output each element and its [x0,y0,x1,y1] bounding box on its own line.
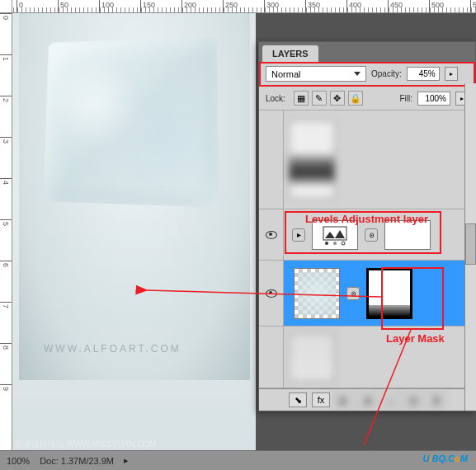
status-bar: 100% Doc: 1.37M/23.9M ▸ [0,450,476,470]
delete-icon[interactable]: 🗑 [427,392,445,407]
visibility-toggle[interactable] [259,261,284,326]
ruler-corner [0,0,12,13]
ruler-h-tick: 100 [101,1,114,9]
mask-icon[interactable]: ◐ [335,392,353,407]
layer-item[interactable] [259,110,475,209]
layers-list: ▸ 𐍈 𐍈 ⬊ fx ◐ ◑ ▭ [259,110,475,411]
mask-annotation-label: Layer Mask [386,332,445,345]
lock-icons-group: ▦ ✎ ✥ 🔒 [294,91,363,106]
levels-annotation-label: Levels Adjustment layer [305,213,428,225]
panel-tabs: LAYERS [259,42,475,62]
opacity-input[interactable] [407,67,440,81]
ice-reflection [42,203,215,327]
svg-point-2 [333,242,337,245]
ice-cube-image [43,37,219,208]
fill-input[interactable] [417,92,450,106]
lock-transparency-icon[interactable]: ▦ [294,91,309,106]
link-mask-icon[interactable]: 𐍈 [346,287,360,300]
lock-position-icon[interactable]: ✥ [330,91,345,106]
layers-tab[interactable]: LAYERS [262,45,318,62]
eye-icon [266,231,277,239]
chevron-down-icon [354,72,361,76]
svg-point-1 [325,242,328,245]
ruler-h-tick: 400 [349,1,361,9]
ruler-v-tick: 0 [2,16,10,20]
svg-point-3 [342,242,345,245]
ruler-h-tick: 0 [19,1,23,9]
status-arrow[interactable]: ▸ [124,455,129,466]
ruler-h-tick: 250 [225,1,238,9]
ruler-v-tick: 8 [2,345,10,350]
panel-scrollbar[interactable] [464,83,476,411]
ruler-v-tick: 2 [2,98,10,102]
ruler-h-tick: 550 [473,1,476,9]
expand-icon[interactable]: ▸ [292,228,305,242]
lock-fill-row: Lock: ▦ ✎ ✥ 🔒 Fill: ▸ [259,87,475,110]
ruler-v-tick: 7 [2,304,10,308]
layer-item-ice-selected[interactable]: 𐍈 [259,261,475,327]
blend-mode-dropdown[interactable]: Normal [266,66,366,82]
ruler-v-tick: 5 [2,222,10,226]
ruler-v-tick: 6 [2,263,10,267]
uibq-watermark: UiBQ.CoM [423,445,468,467]
visibility-column[interactable] [259,327,284,388]
fill-label: Fill: [399,94,412,103]
ruler-h-tick: 500 [431,1,444,9]
zoom-level[interactable]: 100% [7,456,30,466]
ruler-h-tick: 300 [266,1,279,9]
layers-footer: ⬊ fx ◐ ◑ ▭ ▤ 🗑 [259,388,475,411]
lock-pixels-icon[interactable]: ✎ [312,91,327,106]
ruler-h-tick: 150 [143,1,155,9]
link-layers-icon[interactable]: ⬊ [289,392,307,407]
ruler-vertical[interactable]: 0 1 2 3 4 5 6 7 8 9 [0,13,12,450]
lock-label: Lock: [266,94,285,103]
scrollbar-handle[interactable] [465,223,476,265]
opacity-flyout-button[interactable]: ▸ [445,67,458,81]
doc-size: Doc: 1.37M/23.9M [40,456,114,466]
ruler-horizontal[interactable]: 0 50 100 150 200 250 300 350 400 450 500… [12,0,476,13]
layers-panel: LAYERS Normal Opacity: ▸ Lock: ▦ ✎ ✥ 🔒 F… [258,41,476,411]
ruler-h-tick: 350 [308,1,320,9]
layer-style-icon[interactable]: fx [312,392,330,407]
visibility-column[interactable] [259,110,284,209]
watermark-text: WWW.ALFOART.COM [44,343,181,355]
ruler-h-tick: 50 [60,1,68,9]
opacity-label: Opacity: [371,69,402,78]
eye-icon [266,289,277,298]
ruler-v-tick: 3 [2,139,10,143]
ruler-v-tick: 4 [2,181,10,185]
ruler-v-tick: 9 [2,387,10,391]
document-area: WWW.ALFOART.COM [19,13,250,380]
ruler-h-tick: 200 [184,1,196,9]
new-layer-icon[interactable]: ▤ [404,392,422,407]
adjustment-icon[interactable]: ◑ [358,392,376,407]
ice-layer-thumbnail[interactable] [294,268,340,319]
layer-thumbnail[interactable] [289,332,335,382]
blend-mode-value: Normal [271,69,300,79]
layer-mask-thumbnail[interactable] [366,268,412,319]
layer-thumbnail[interactable] [289,120,335,199]
ruler-h-tick: 450 [390,1,403,9]
visibility-toggle[interactable] [259,209,284,260]
lock-all-icon[interactable]: 🔒 [348,91,363,106]
blend-opacity-row: Normal Opacity: ▸ [259,62,475,87]
ruler-v-tick: 1 [2,57,10,61]
document-canvas[interactable]: WWW.ALFOART.COM [12,13,256,450]
link-icon[interactable]: 𐍈 [365,228,378,242]
forum-watermark: 思缘设计论坛 WWW.MISSYUAN.COM [15,439,157,450]
group-icon[interactable]: ▭ [381,392,399,407]
